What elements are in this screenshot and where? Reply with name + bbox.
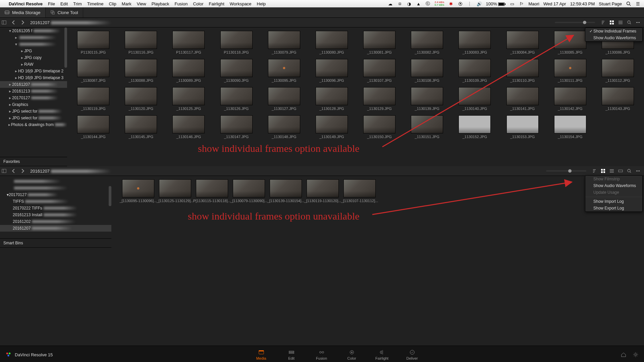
close-icon[interactable]: ✱ xyxy=(448,1,454,6)
tree-item[interactable]: ▸20161207 xyxy=(0,81,67,88)
tree-item[interactable]: ▸JPG select for xyxy=(0,115,67,121)
menu-show-import-log[interactable]: Show Import Log xyxy=(585,198,642,205)
tree-item[interactable]: ▸Graphics xyxy=(0,101,67,108)
thumbnail[interactable]: _1130082.JPG xyxy=(405,31,449,54)
thumbnail[interactable]: _[1130125-1130129]... xyxy=(158,179,192,203)
thumbnail[interactable]: P1130116.JPG xyxy=(119,31,163,54)
thumbnail[interactable]: _1130111.JPG xyxy=(548,59,592,82)
menubar-user[interactable]: Stuart Page xyxy=(599,1,622,6)
menu-workspace[interactable]: Workspace xyxy=(230,1,252,6)
thumbnail[interactable]: _1130087.JPG xyxy=(71,59,115,82)
sort-button[interactable] xyxy=(599,18,607,26)
tree-item[interactable]: ▸HD 16|9 JPG timelapse 2 xyxy=(0,68,67,74)
dropbox-icon[interactable]: ⧈ xyxy=(397,1,402,6)
menubar-date[interactable]: Wed 17 Apr xyxy=(543,1,566,6)
thumbnail[interactable]: _1130152.JPG xyxy=(452,115,497,139)
thumbnail[interactable]: _1130144.JPG xyxy=(71,115,115,139)
nav-back-button[interactable] xyxy=(9,18,17,26)
status-icon[interactable]: ⓒ xyxy=(425,1,431,6)
tree-item[interactable]: ▸20170127 xyxy=(0,95,67,101)
thumbnail[interactable]: _[1130107-1130112]... xyxy=(343,179,376,203)
thumbnail[interactable]: _1130147.JPG xyxy=(214,115,259,139)
bin-item[interactable]: 20170222 TIFFs xyxy=(0,205,111,212)
thumbnail[interactable]: _1130129.JPG xyxy=(357,87,401,111)
spotlight-icon[interactable] xyxy=(626,1,631,6)
thumbnail[interactable]: _1130090.JPG xyxy=(214,59,259,82)
breadcrumb[interactable]: 20161207 xyxy=(30,169,111,174)
menubar-time[interactable]: 12:59:43 PM xyxy=(570,1,595,6)
thumbnail[interactable]: _1130096.JPG xyxy=(310,59,354,82)
thumbnail[interactable]: P1130115.JPG xyxy=(71,31,115,54)
list-view-button[interactable] xyxy=(616,18,625,26)
thumbnail-zoom-slider[interactable] xyxy=(546,170,586,172)
panel-layout-toggle[interactable] xyxy=(0,18,8,26)
tree-item[interactable]: ▸20161213 xyxy=(0,88,67,95)
tree-item[interactable]: ▸ xyxy=(0,34,67,41)
keyboard-lang[interactable]: Maori xyxy=(528,1,539,6)
thumbnail[interactable]: _1130143.JPG xyxy=(596,87,640,111)
scrollbar[interactable] xyxy=(109,186,111,206)
thumbnail-zoom-slider[interactable] xyxy=(555,22,595,23)
menu-edit[interactable]: Edit xyxy=(60,1,68,6)
app-menu[interactable]: DaVinci Resolve xyxy=(9,1,43,6)
thumbnail[interactable]: P[1130115-1130118]... xyxy=(195,179,229,203)
thumbnail[interactable]: _1130109.JPG xyxy=(452,59,497,82)
menu-show-audio-waveforms[interactable]: Show Audio Waveforms xyxy=(585,182,642,189)
thumbnail[interactable]: _1130084.JPG xyxy=(500,31,545,54)
thumbnail[interactable]: _1130080.JPG xyxy=(310,31,354,54)
tree-item[interactable]: ▸HD 16|9 JPG timelapse 3 xyxy=(0,74,67,81)
thumbnail[interactable]: _1130110.JPG xyxy=(500,59,545,82)
thumbnail[interactable]: _1130089.JPG xyxy=(166,59,211,82)
thumbnail[interactable]: _[1130079-1130090]... xyxy=(232,179,266,203)
thumbnail[interactable]: _1130140.JPG xyxy=(452,87,497,111)
menu-show-export-log[interactable]: Show Export Log xyxy=(585,205,642,212)
search-button[interactable] xyxy=(625,18,633,26)
thumbnail[interactable]: _1130125.JPG xyxy=(166,87,211,111)
menu-show-individual-frames[interactable]: ✓Show Individual Frames xyxy=(585,28,642,35)
nav-forward-button[interactable] xyxy=(19,18,27,26)
clone-tool-tab[interactable]: Clone Tool xyxy=(46,7,83,17)
thumbnail[interactable]: P1130118.JPG xyxy=(214,31,259,54)
menu-mark[interactable]: Mark xyxy=(122,1,131,6)
bin-item[interactable] xyxy=(0,178,111,185)
tree-item[interactable]: ▸JPG xyxy=(0,48,67,54)
thumbnail[interactable]: _[1130119-1130120]... xyxy=(306,179,339,203)
sort-button[interactable] xyxy=(590,167,598,175)
tree-item[interactable]: ▸JPG copy xyxy=(0,54,67,61)
tree-item[interactable]: ▾ xyxy=(0,41,67,48)
menu-clip[interactable]: Clip xyxy=(109,1,116,6)
menu-show-audio-waveforms[interactable]: Show Audio Waveforms xyxy=(585,35,642,41)
scrollbar[interactable] xyxy=(64,27,67,68)
thumbnail[interactable]: _1130149.JPG xyxy=(310,115,354,139)
home-button[interactable] xyxy=(621,352,627,358)
thumbnail[interactable]: _1130079.JPG xyxy=(262,31,306,54)
nav-back-button[interactable] xyxy=(9,167,17,175)
thumbnail-view-button[interactable] xyxy=(599,167,607,175)
volume-icon[interactable]: 🔊 xyxy=(477,1,482,6)
page-fairlight[interactable]: Fairlight xyxy=(367,349,397,360)
thumbnail[interactable]: _1130126.JPG xyxy=(214,87,259,111)
thumbnail[interactable]: _[1130095-1130096]... xyxy=(121,179,155,203)
thumbnail[interactable]: _1130108.JPG xyxy=(405,59,449,82)
thumbnail[interactable]: _1130151.JPG xyxy=(405,115,449,139)
flag-icon[interactable]: 🏳 xyxy=(519,1,524,6)
options-menu-button[interactable] xyxy=(634,18,642,26)
thumbnail[interactable]: _1130127.JPG xyxy=(262,87,306,111)
nav-forward-button[interactable] xyxy=(19,167,27,175)
menu-file[interactable]: File xyxy=(48,1,55,6)
thumbnail[interactable]: _1130139.JPG xyxy=(405,87,449,111)
tree-item[interactable]: ▸RAW xyxy=(0,61,67,68)
menu-playback[interactable]: Playback xyxy=(152,1,169,6)
thumbnail[interactable]: _1130141.JPG xyxy=(500,87,545,111)
status-icon[interactable]: ▲ xyxy=(416,1,421,6)
thumbnail[interactable]: _[1130139-1130154]... xyxy=(269,179,303,203)
display-icon[interactable]: ▭ xyxy=(509,1,515,6)
thumbnail[interactable]: _1130119.JPG xyxy=(71,87,115,111)
thumbnail[interactable]: _1130083.JPG xyxy=(452,31,497,54)
filmstrip-view-button[interactable] xyxy=(616,167,625,175)
tree-item[interactable]: ▸Photos & drawings from xyxy=(0,121,67,128)
thumbnail[interactable]: _1130120.JPG xyxy=(119,87,163,111)
page-media[interactable]: Media xyxy=(246,349,276,360)
thumbnail[interactable]: _1130107.JPG xyxy=(357,59,401,82)
menu-fairlight[interactable]: Fairlight xyxy=(209,1,224,6)
